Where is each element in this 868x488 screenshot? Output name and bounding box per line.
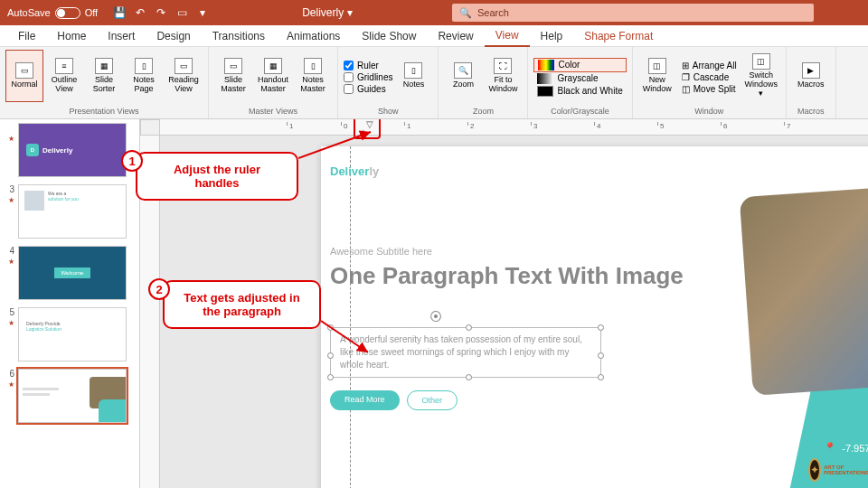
resize-handle[interactable]	[598, 374, 604, 380]
autosave-toggle[interactable]: AutoSave Off	[0, 7, 105, 19]
notes-master-button[interactable]: ▯Notes Master	[294, 50, 332, 102]
group-label: Show	[344, 105, 432, 116]
save-icon[interactable]: 💾	[110, 4, 128, 22]
undo-icon[interactable]: ↶	[131, 4, 149, 22]
thumb-number: 5★	[4, 307, 14, 361]
reading-icon: ▭	[175, 58, 193, 74]
macros-icon: ▶	[802, 62, 820, 79]
textbox-body: A wonderful serenity has taken possessio…	[340, 334, 582, 370]
tab-transitions[interactable]: Transitions	[202, 26, 276, 46]
normal-icon: ▭	[15, 62, 33, 79]
bw-button[interactable]: Black and White	[533, 85, 626, 98]
resize-handle[interactable]	[466, 374, 472, 380]
new-window-button[interactable]: ◫New Window	[638, 50, 676, 102]
search-icon: 🔍	[459, 7, 472, 19]
tab-insert[interactable]: Insert	[97, 26, 146, 46]
callout-badge-2: 2	[148, 278, 170, 300]
fit-icon: ⛶	[494, 58, 512, 74]
slide-image[interactable]	[740, 177, 868, 396]
color-button[interactable]: Color	[533, 58, 626, 72]
grayscale-swatch-icon	[537, 73, 553, 84]
guides-checkbox[interactable]: Guides	[344, 83, 392, 95]
gridlines-checkbox[interactable]: Gridlines	[344, 71, 392, 83]
handout-master-button[interactable]: ▦Handout Master	[254, 50, 292, 102]
logo-icon: ✦	[808, 458, 821, 482]
group-show: Ruler Gridlines Guides ▯Notes Show	[338, 47, 439, 118]
cascade-button[interactable]: ❐Cascade	[678, 71, 741, 83]
tab-view[interactable]: View	[485, 25, 530, 47]
switch-icon: ◫	[752, 53, 770, 70]
resize-handle[interactable]	[598, 324, 604, 331]
slide-textbox-selected[interactable]: A wonderful serenity has taken possessio…	[330, 327, 601, 378]
tab-file[interactable]: File	[7, 26, 46, 46]
sorter-icon: ▦	[95, 58, 113, 74]
slide-heading[interactable]: One Paragraph Text With Image	[330, 262, 684, 290]
notes-page-button[interactable]: ▯Notes Page	[125, 50, 163, 102]
slide-editor[interactable]: Deliverly Awesome Subtitle here One Para…	[321, 146, 868, 488]
zoom-button[interactable]: 🔍Zoom	[444, 50, 482, 102]
macros-button[interactable]: ▶Macros	[792, 50, 830, 102]
outline-view-button[interactable]: ≡Outline View	[45, 50, 83, 102]
annotation-ruler-highlight	[354, 119, 381, 139]
cascade-icon: ❐	[682, 72, 690, 82]
thumb-number: ★	[4, 123, 14, 177]
thumbnail-4[interactable]: 4★ Welcome	[4, 246, 136, 300]
start-from-beginning-icon[interactable]: ▭	[173, 4, 191, 22]
tab-slideshow[interactable]: Slide Show	[351, 26, 427, 46]
normal-view-button[interactable]: ▭Normal	[5, 50, 43, 102]
read-more-button[interactable]: Read More	[330, 390, 400, 410]
handout-master-icon: ▦	[264, 58, 282, 74]
toggle-icon	[55, 7, 80, 19]
qat-more-icon[interactable]: ▾	[193, 4, 212, 22]
color-swatch-icon	[538, 60, 554, 70]
group-window: ◫New Window ⊞Arrange All ❐Cascade ◫Move …	[633, 47, 787, 118]
group-label: Zoom	[444, 105, 522, 116]
resize-handle[interactable]	[598, 352, 604, 359]
move-split-button[interactable]: ◫Move Split	[678, 83, 741, 95]
tab-help[interactable]: Help	[530, 26, 574, 46]
notes-page-icon: ▯	[135, 58, 153, 74]
reading-view-button[interactable]: ▭Reading View	[165, 50, 203, 102]
notes-icon: ▯	[404, 62, 422, 79]
fit-to-window-button[interactable]: ⛶Fit to Window	[484, 50, 522, 102]
switch-windows-button[interactable]: ◫Switch Windows ▾	[742, 50, 780, 102]
location-pin-icon: 📍	[824, 442, 836, 454]
grayscale-button[interactable]: Grayscale	[533, 72, 626, 85]
resize-handle[interactable]	[466, 324, 472, 331]
thumbnail-5[interactable]: 5★ Deliverly ProvideLogistics Solution	[4, 307, 136, 361]
search-box[interactable]: 🔍 Search	[452, 4, 814, 22]
tab-review[interactable]: Review	[427, 26, 484, 46]
resize-handle[interactable]	[327, 352, 334, 359]
arrange-icon: ⊞	[682, 61, 689, 70]
new-window-icon: ◫	[648, 58, 666, 74]
guide-line	[350, 146, 351, 488]
ruler-checkbox[interactable]: Ruler	[344, 60, 392, 71]
document-title[interactable]: Deliverly ▾	[212, 6, 452, 19]
resize-handle[interactable]	[327, 374, 334, 380]
arrange-all-button[interactable]: ⊞Arrange All	[678, 60, 741, 71]
tab-design[interactable]: Design	[146, 26, 201, 46]
callout-2-text: Text gets adjusted in the paragraph	[184, 291, 299, 318]
notes-button[interactable]: ▯Notes	[394, 50, 432, 102]
thumbnail-1[interactable]: ★ DDeliverly	[4, 123, 136, 177]
slide-thumbnails-panel[interactable]: ★ DDeliverly 3★ We are asolution for you…	[0, 119, 140, 488]
notes-master-icon: ▯	[304, 58, 322, 74]
slide-master-button[interactable]: ▭Slide Master	[214, 50, 252, 102]
thumbnail-3[interactable]: 3★ We are asolution for you	[4, 184, 136, 239]
thumbnail-6[interactable]: 6★	[4, 369, 136, 423]
ribbon: ▭Normal ≡Outline View ▦Slide Sorter ▯Not…	[0, 47, 868, 119]
callout-badge-1: 1	[121, 150, 143, 172]
horizontal-ruler[interactable]: 0 1 1 2 3 4 5 6 7 ▽ ⌂	[160, 119, 868, 136]
tab-shape-format[interactable]: Shape Format	[573, 26, 664, 46]
tab-home[interactable]: Home	[46, 26, 97, 46]
group-color-grayscale: Color Grayscale Black and White Color/Gr…	[528, 47, 632, 118]
slide-subtitle[interactable]: Awesome Subtitle here	[330, 246, 432, 257]
redo-icon[interactable]: ↷	[152, 4, 170, 22]
group-label: Macros	[792, 105, 830, 116]
resize-handle[interactable]	[327, 324, 334, 331]
outline-icon: ≡	[55, 58, 73, 74]
slide-sorter-button[interactable]: ▦Slide Sorter	[85, 50, 123, 102]
tab-animations[interactable]: Animations	[276, 26, 351, 46]
group-label: Window	[638, 105, 780, 116]
other-button[interactable]: Other	[407, 390, 458, 410]
